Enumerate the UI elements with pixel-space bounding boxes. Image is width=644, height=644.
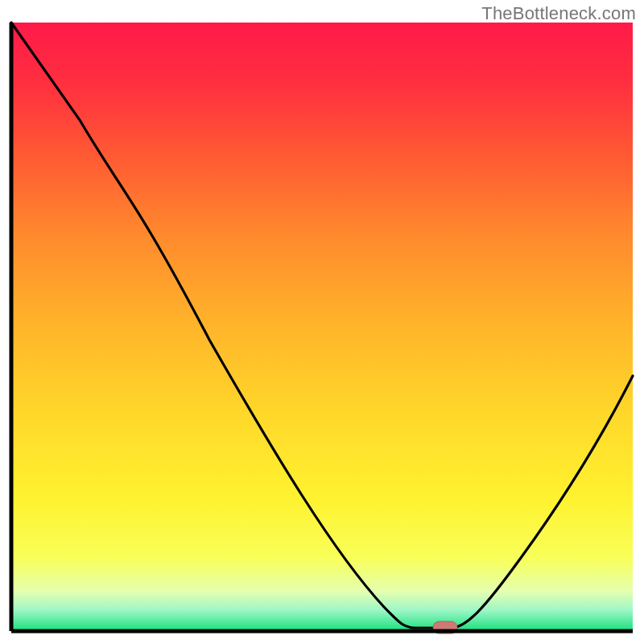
chart-svg [0, 0, 644, 644]
attribution-watermark: TheBottleneck.com [481, 3, 636, 24]
bottleneck-chart: TheBottleneck.com [0, 0, 644, 644]
plot-background [11, 23, 633, 631]
